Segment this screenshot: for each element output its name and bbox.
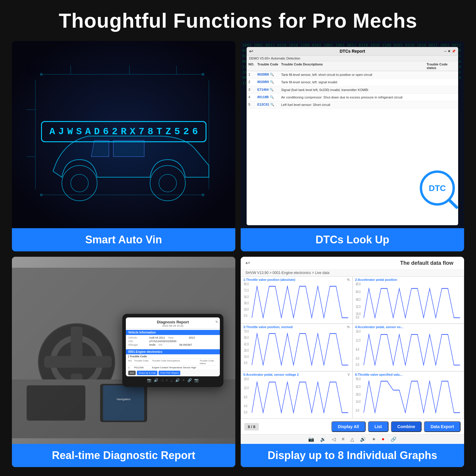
graph6-label: 6:Throttle valve specified valu... (355, 373, 403, 376)
dtc-row-3: 3 E71464 🔍 Signal (fuel tank level left,… (247, 86, 458, 94)
close-icon[interactable]: ✕ (448, 49, 450, 53)
dtc-back-button[interactable]: ↩ (249, 48, 253, 54)
main-title: Thoughtful Functions for Pro Mechs (59, 9, 417, 32)
nav-signal-icon: ● (382, 436, 385, 442)
dtc-table-header: NO. Trouble Code Trouble Code Descriptio… (247, 61, 458, 71)
graph1-svg: 80.0 72.0 54.0 36.0 18.0 0.0 (243, 282, 350, 322)
svg-text:42.0: 42.0 (244, 342, 249, 346)
vin-char-12: T (156, 126, 163, 137)
graph1-unit: % (347, 278, 350, 281)
vin-char-7: 2 (112, 126, 118, 137)
vin-char-1: J (58, 126, 65, 137)
report-edit-icon[interactable]: ✎ (215, 320, 218, 324)
list-button[interactable]: List (368, 421, 389, 432)
tb-volup-icon: 🔊 (175, 378, 180, 382)
dtc-window-controls: ─ ✕ 📌 (444, 49, 456, 53)
svg-text:12.0: 12.0 (356, 339, 361, 342)
cell2-wrapper: 1001 1001 0011 0110 1010 1100 0101 1001 … (241, 41, 464, 251)
graph6-area: 56.0 42.0 28.0 14.0 0.0 (355, 377, 462, 417)
header-no: NO. (248, 62, 257, 70)
graph5-unit: V (348, 373, 350, 376)
tb-cam2-icon: 📷 (194, 378, 199, 382)
vin-char-9: X (129, 126, 136, 137)
vin-char-0: A (49, 126, 56, 137)
svg-text:56.0: 56.0 (244, 336, 249, 340)
trouble-table-headers: NO. Trouble Code Trouble Code Descriptio… (126, 359, 220, 369)
graph4-label: 4:Accelerator pedal, sensor vo... (355, 325, 403, 329)
display-all-button[interactable]: Display All (331, 421, 366, 432)
svg-text:64.0: 64.0 (356, 290, 361, 294)
pin-icon[interactable]: 📌 (452, 49, 456, 53)
nav-menu-icon[interactable]: ≡ (342, 436, 344, 442)
dataflow-bottom-nav: 📷 🔉 ◁ ≡ △ 🔊 ✶ ● 🔗 (241, 434, 464, 444)
cell-diagnostic-report: Navigation Diagnosis Report ✎ (12, 257, 235, 467)
minimize-icon[interactable]: ─ (444, 49, 447, 53)
svg-text:72.0: 72.0 (244, 289, 249, 292)
graph3-unit: % (347, 325, 350, 329)
vehicle-info-section: Vehicle Information (126, 330, 220, 335)
header-status: Trouble Code status (427, 62, 456, 70)
graph6-svg: 56.0 42.0 28.0 14.0 0.0 (355, 377, 462, 417)
vin-char-4: A (85, 126, 91, 137)
share-email-button[interactable]: Share by E-mail (137, 371, 157, 375)
cell3-label: Real-time Diagnostic Report (12, 444, 235, 467)
graph2-svg: 80.0 64.0 48.0 32.0 16.0 0.0 (355, 282, 462, 322)
cell-data-flow: ↩ The default data flow SHVW V13.90 > 00… (241, 257, 464, 467)
tb-menu-icon[interactable]: ≡ (166, 378, 168, 382)
nav-link-icon: 🔗 (391, 436, 397, 442)
vin-char-2: W (67, 126, 73, 137)
vin-char-11: 8 (147, 126, 154, 137)
graph2-area: 80.0 64.0 48.0 32.0 16.0 0.0 (355, 282, 462, 322)
svg-point-16 (159, 174, 176, 192)
graph5-svg: 16.0 12.0 8.0 4.0 0.0 (243, 377, 350, 417)
report-date: 2022-08-18 15:32 (128, 324, 218, 327)
svg-point-6 (40, 194, 43, 196)
nav-vol-up-icon[interactable]: 🔊 (360, 436, 366, 442)
page-indicator: 8 / 8 (244, 423, 259, 430)
graph-6: 6:Throttle valve specified valu... 56.0 … (353, 371, 464, 419)
cell1-label: Smart Auto Vin (12, 228, 235, 251)
vin-char-15: 2 (183, 126, 190, 137)
nav-vol-down-icon[interactable]: 🔉 (320, 436, 326, 442)
svg-text:14.0: 14.0 (356, 400, 361, 403)
graph3-svg: 70.0 56.0 42.0 28.0 14.0 0.0 (243, 329, 350, 369)
tablet-outer: Diagnosis Report ✎ 2022-08-18 15:32 Vehi… (122, 314, 223, 387)
svg-text:54.0: 54.0 (244, 295, 249, 299)
svg-point-15 (150, 165, 185, 201)
tb-camera-icon: 📷 (147, 378, 151, 382)
svg-text:42.0: 42.0 (356, 385, 361, 389)
dataflow-title: The default data flow (253, 260, 459, 266)
svg-text:48.0: 48.0 (356, 298, 361, 301)
dataflow-header: ↩ The default data flow (241, 257, 464, 270)
graph-1: 1:Throttle valve position (absolute) % 8… (241, 276, 353, 324)
cell4-label: Display up to 8 Individual Graphs (241, 444, 464, 467)
vehicle-row-1: Vehicle: Audi A6 2011 Year: 2013 (128, 336, 217, 339)
dtc-titlebar: ↩ DTCs Report ─ ✕ 📌 (247, 47, 458, 56)
combine-button[interactable]: Combine (391, 421, 422, 432)
dtc-row-1: 1 8020B8 🔍 Tank fill-level sensor, left:… (247, 71, 458, 79)
tablet-screen: Diagnosis Report ✎ 2022-08-18 15:32 Vehi… (126, 317, 220, 376)
graph5-area: 16.0 12.0 8.0 4.0 0.0 (243, 377, 350, 417)
report-action-buttons: Exit Share by E-mail Print PDF Report (126, 369, 220, 376)
vin-char-16: 6 (192, 126, 198, 137)
svg-point-14 (71, 174, 88, 192)
svg-point-7 (202, 194, 204, 196)
data-export-button[interactable]: Data Export (424, 421, 461, 432)
vehicle-row-mileage: Mileage: 0mile SN: 08-050367 (128, 343, 217, 346)
graphs-grid: 1:Throttle valve position (absolute) % 8… (241, 276, 464, 419)
cell-smart-auto-vin: A J W S A D 6 2 R X 7 8 T Z 5 2 6 (12, 41, 235, 251)
nav-back-icon[interactable]: ◁ (332, 436, 336, 442)
graph-3: 3:Throttle valve position, normed % 70.0… (241, 324, 353, 371)
svg-line-19 (449, 200, 457, 207)
svg-text:32.0: 32.0 (356, 305, 361, 309)
page-wrapper: Thoughtful Functions for Pro Mechs (0, 0, 476, 476)
svg-text:18.0: 18.0 (244, 307, 249, 311)
nav-home-icon[interactable]: △ (350, 436, 354, 442)
tb-back-icon[interactable]: ◁ (161, 378, 163, 382)
tb-home-icon[interactable]: △ (170, 378, 173, 382)
print-pdf-button[interactable]: Print PDF Report (159, 371, 180, 375)
exit-button[interactable]: Exit (128, 371, 136, 375)
dataflow-back-icon[interactable]: ↩ (245, 260, 250, 266)
svg-text:0.0: 0.0 (356, 363, 359, 367)
vehicle-row-vin: VIN: LFVSA24G5D3105930 (128, 340, 217, 343)
